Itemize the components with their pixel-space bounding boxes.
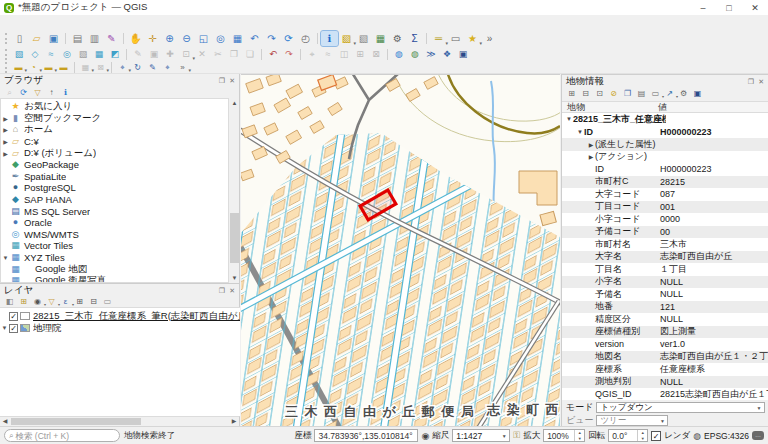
single-labeling-icon[interactable]: ▬ — [41, 62, 56, 73]
pan-map-icon[interactable]: ✋ — [127, 31, 144, 46]
scrollbar-thumb[interactable] — [230, 213, 239, 263]
deselect-icon[interactable]: ▧ — [75, 48, 91, 61]
QGIS_ID[interactable]: QGIS_ID 28215志染町西自由が丘１丁目121 — [562, 388, 768, 400]
browser-item-vector-tiles[interactable]: ▦ Vector Tiles — [1, 240, 228, 252]
expand-all-layers-icon[interactable]: ⊞ — [73, 297, 86, 307]
layers-close-button[interactable]: ✕ — [229, 287, 235, 294]
vertex-tool-icon[interactable]: ⊡ — [178, 48, 194, 61]
topological-editing-icon[interactable]: ⊞ — [352, 48, 368, 61]
browser-item-home[interactable]: ▶ ⌂ ホーム — [1, 124, 228, 136]
browser-item-sap-hana[interactable]: ◆ SAP HANA — [1, 194, 228, 206]
copy-feature-icon[interactable]: ❐ — [621, 89, 634, 99]
help-contents-icon[interactable]: ▣ — [455, 48, 471, 61]
deselect-all-icon[interactable]: ▧ — [355, 31, 372, 46]
reshape-icon[interactable]: ⊠ — [368, 48, 384, 61]
大字コード[interactable]: 大字コード 087 — [562, 188, 768, 201]
column-value[interactable]: 値 — [658, 101, 768, 114]
丁目コード[interactable]: 丁目コード 001 — [562, 201, 768, 214]
expand-arrow-icon[interactable]: ▶ — [1, 138, 10, 145]
identify-mode-icon[interactable]: ↗ — [663, 89, 676, 99]
expand-arrow-icon[interactable]: ▶ — [1, 126, 10, 133]
undo-icon[interactable]: ↶ — [265, 48, 281, 61]
(アクション)[interactable]: ▶ (アクション) — [562, 151, 768, 164]
spin-down-icon[interactable]: ▼ — [575, 436, 584, 442]
map-tips-icon[interactable]: ▭ — [447, 31, 464, 46]
expand-new-results-icon[interactable]: ⊡ — [593, 89, 606, 99]
change-label-icon[interactable]: ⌖ — [115, 62, 130, 73]
maximize-button[interactable]: □ — [716, 0, 742, 15]
layer-item-gsi[interactable]: ▼ ✓ 地理院 — [0, 322, 240, 334]
copy-features-icon[interactable]: ❐ — [226, 48, 242, 61]
highlight-pinned-labels-icon[interactable]: ▦ — [78, 62, 93, 73]
browser-item-mssql[interactable]: ▤ MS SQL Server — [1, 205, 228, 217]
select-rectangle-icon[interactable]: ▧ — [11, 48, 27, 61]
save-edits-icon[interactable]: ▣ — [146, 48, 162, 61]
browser-item-wms[interactable]: ◎ WMS/WMTS — [1, 229, 228, 241]
zoom-in-icon[interactable]: ⊕ — [161, 31, 178, 46]
zoom-to-layer-icon[interactable]: ▦ — [229, 31, 246, 46]
toolbar3-extension-icon[interactable]: » — [175, 62, 190, 73]
save-project-icon[interactable]: ▣ — [45, 31, 62, 46]
collapse-tree-icon[interactable]: ⊟ — [579, 89, 592, 99]
scroll-right-icon[interactable]: ▶ — [229, 417, 239, 426]
view-select[interactable]: ツリー ▼ — [596, 415, 668, 426]
identify-help-icon[interactable]: ▣ — [691, 89, 704, 99]
select-polygon-icon[interactable]: ◇ — [27, 48, 43, 61]
rotate-label-icon[interactable]: ↻ — [130, 62, 145, 73]
予備名[interactable]: 予備名 NULL — [562, 288, 768, 301]
python-console-icon[interactable]: ≫ — [423, 48, 439, 61]
new-project-icon[interactable]: ▯ — [11, 31, 28, 46]
toggle-editing-icon[interactable]: ✎ — [130, 48, 146, 61]
cut-features-icon[interactable]: ✂ — [210, 48, 226, 61]
select-freehand-icon[interactable]: ≈ — [43, 48, 59, 61]
layer-diagram-icon[interactable]: ◔ — [26, 62, 41, 73]
browser-item-geopackage[interactable]: ◆ GeoPackage — [1, 159, 228, 171]
(派生した属性)[interactable]: ▶ (派生した属性) — [562, 138, 768, 151]
open-project-icon[interactable]: ▱ — [28, 31, 45, 46]
field-calculator-icon[interactable]: ⚙ — [389, 31, 406, 46]
identify-float-button[interactable]: ❐ — [748, 78, 754, 85]
properties-widget-icon[interactable]: ℹ — [59, 88, 72, 98]
extents-toggle-icon[interactable]: ◉ — [421, 431, 429, 441]
scroll-up-icon[interactable]: ▲ — [229, 98, 240, 108]
toolbar-extension-icon[interactable]: » — [481, 31, 498, 46]
大字名[interactable]: 大字名 志染町西自由が丘 — [562, 251, 768, 264]
toolbar-grip[interactable] — [5, 49, 8, 60]
move-label-icon[interactable]: ⊠ — [93, 62, 108, 73]
expand-arrow-icon[interactable]: ▶ — [1, 150, 10, 157]
map-canvas[interactable]: 三木西自由が丘郵便局 志染町西自 — [241, 74, 560, 426]
layer-visibility-checkbox[interactable]: ✓ — [9, 324, 18, 333]
layer-labeling-icon[interactable]: ▬ — [11, 62, 26, 73]
temporal-controller-icon[interactable]: ◴ — [297, 31, 314, 46]
browser-item-postgresql[interactable]: ● PostgreSQL — [1, 182, 228, 194]
ID[interactable]: ID H000000223 — [562, 163, 768, 176]
lock-scale-icon[interactable]: ⚿ — [513, 430, 520, 441]
zoom-full-icon[interactable]: ◱ — [195, 31, 212, 46]
tracing-icon[interactable]: ≈ — [320, 48, 336, 61]
browser-float-button[interactable]: ❐ — [219, 77, 225, 84]
ID[interactable]: ▼ ID H000000223 — [562, 126, 768, 139]
minimize-button[interactable]: – — [690, 0, 716, 15]
filter-browser-icon[interactable]: ▽ — [31, 88, 44, 98]
invert-selection-icon[interactable]: ◩ — [107, 48, 123, 61]
refresh-map-icon[interactable]: ⟳ — [280, 31, 297, 46]
browser-item-spatial-bookmarks[interactable]: ▶ ▮ 空間ブックマーク — [1, 113, 228, 125]
expand-arrow-icon[interactable]: ▶ — [1, 115, 10, 122]
collapse-all-icon[interactable]: ↑ — [45, 88, 58, 98]
browser-item-google-satellite[interactable]: ▦ Google 衛星写真 — [1, 275, 228, 283]
add-feature-icon[interactable]: ✚ — [162, 48, 178, 61]
version[interactable]: version ver1.0 — [562, 338, 768, 351]
osm-search-icon[interactable]: ◍ — [407, 48, 423, 61]
add-selected-layer-icon[interactable]: ⌕ — [3, 88, 16, 98]
scale-select[interactable]: 1:1427 ▼ — [452, 429, 510, 442]
scrollbar-thumb[interactable] — [11, 418, 141, 425]
pan-to-selection-icon[interactable]: ✛ — [144, 31, 161, 46]
paste-features-icon[interactable]: ❏ — [242, 48, 258, 61]
zoom-next-icon[interactable]: ↷ — [263, 31, 280, 46]
manage-themes-icon[interactable]: ◉ — [31, 297, 44, 307]
map-svg[interactable]: 三木西自由が丘郵便局 志染町西自 — [241, 75, 560, 426]
expand-arrow-icon[interactable]: ▼ — [0, 325, 9, 331]
coordinate-input[interactable]: 34.783936°,135.010814° — [314, 429, 418, 442]
log-messages-icon[interactable]: … — [752, 431, 764, 440]
toolbar-grip[interactable] — [5, 33, 8, 44]
